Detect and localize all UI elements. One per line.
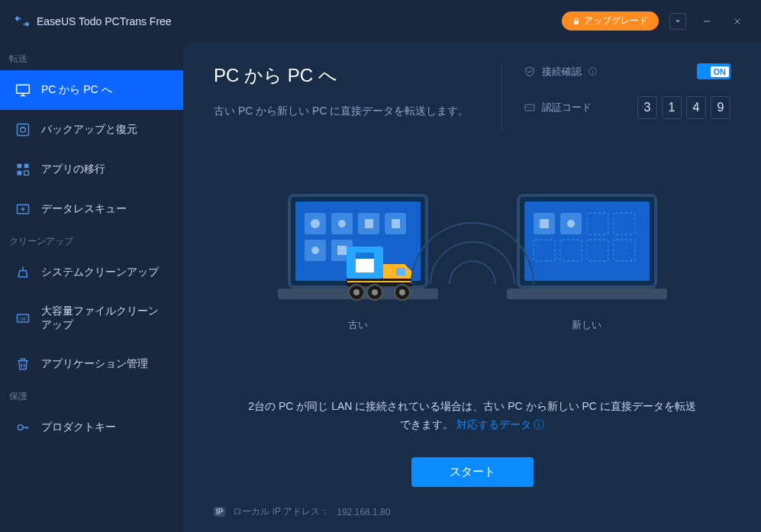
start-button[interactable]: スタート bbox=[411, 457, 534, 487]
sidebar-section-cleanup: クリーンアップ bbox=[0, 229, 183, 253]
key-icon bbox=[15, 420, 31, 435]
connect-check-label: 接続確認 bbox=[542, 65, 582, 79]
svg-point-37 bbox=[399, 289, 405, 295]
page-subtitle: 古い PC から新しい PC に直接データを転送します。 bbox=[214, 105, 501, 118]
sidebar-item-app-manage[interactable]: アプリケーション管理 bbox=[0, 344, 183, 384]
svg-rect-29 bbox=[356, 253, 374, 259]
svg-rect-1 bbox=[18, 124, 29, 136]
auth-code-digit: 9 bbox=[711, 96, 730, 119]
refresh-icon bbox=[15, 122, 31, 137]
illustration: PCT 古い bbox=[214, 132, 730, 392]
toggle-on-label: ON bbox=[711, 66, 730, 77]
titlebar: EaseUS Todo PCTrans Free アップグレード bbox=[0, 0, 761, 42]
ip-value: 192.168.1.80 bbox=[337, 507, 390, 517]
app-title: EaseUS Todo PCTrans Free bbox=[37, 15, 172, 27]
app-logo: EaseUS Todo PCTrans Free bbox=[14, 13, 172, 30]
sidebar-item-data-rescue[interactable]: データレスキュー bbox=[0, 189, 183, 229]
sidebar-item-label: バックアップと復元 bbox=[41, 123, 137, 137]
dropdown-button[interactable] bbox=[669, 13, 686, 30]
apps-icon bbox=[15, 162, 31, 177]
sidebar-section-protect: 保護 bbox=[0, 384, 183, 408]
sidebar-item-app-migrate[interactable]: アプリの移行 bbox=[0, 150, 183, 189]
auth-code-digit: 3 bbox=[637, 96, 657, 119]
svg-point-35 bbox=[353, 289, 360, 295]
sidebar-item-label: システムクリーンアップ bbox=[41, 266, 159, 279]
auth-code-digit: 4 bbox=[686, 96, 706, 119]
svg-point-22 bbox=[338, 220, 346, 227]
sidebar-item-label: データレスキュー bbox=[41, 202, 127, 216]
monitor-icon bbox=[15, 82, 31, 98]
main-panel: PC から PC へ 古い PC から新しい PC に直接データを転送します。 … bbox=[183, 42, 761, 532]
rescue-icon bbox=[15, 202, 31, 217]
sidebar-item-label: アプリケーション管理 bbox=[41, 357, 148, 371]
svg-rect-26 bbox=[337, 246, 347, 255]
app-logo-icon bbox=[14, 13, 31, 30]
sidebar-item-backup[interactable]: バックアップと復元 bbox=[0, 110, 183, 150]
broom-icon bbox=[15, 265, 31, 280]
close-button[interactable] bbox=[727, 11, 747, 31]
footer: IP ローカル IP アドレス： 192.168.1.80 bbox=[214, 505, 730, 518]
upgrade-label: アップグレード bbox=[584, 15, 648, 27]
sidebar-item-large-file-cleanup[interactable]: GB 大容量ファイルクリーンアップ bbox=[0, 292, 183, 344]
minimize-icon bbox=[702, 17, 711, 26]
new-laptop-icon bbox=[503, 192, 671, 306]
svg-rect-23 bbox=[365, 219, 373, 228]
svg-rect-5 bbox=[24, 171, 29, 176]
code-icon bbox=[524, 102, 536, 114]
svg-rect-24 bbox=[392, 219, 400, 228]
svg-rect-3 bbox=[24, 164, 29, 169]
new-pc-label: 新しい bbox=[572, 318, 601, 332]
old-laptop-icon: PCT bbox=[274, 192, 442, 306]
auth-code-label: 認証コード bbox=[542, 101, 592, 114]
sidebar-item-pc-to-pc[interactable]: PC から PC へ bbox=[0, 70, 183, 110]
shield-check-icon bbox=[524, 66, 536, 78]
sidebar-item-label: PC から PC へ bbox=[41, 83, 112, 97]
svg-rect-2 bbox=[18, 164, 22, 169]
description: 2台の PC が同じ LAN に接続されている場合は、古い PC から新しい P… bbox=[214, 392, 730, 434]
auth-code-cells: 3 1 4 9 bbox=[637, 96, 730, 119]
sidebar-item-label: プロダクトキー bbox=[41, 421, 116, 434]
svg-text:GB: GB bbox=[20, 317, 27, 321]
info-icon[interactable] bbox=[588, 66, 598, 76]
sidebar: 転送 PC から PC へ バックアップと復元 アプリの移行 データレスキュー … bbox=[0, 42, 183, 532]
sidebar-item-label: 大容量ファイルクリーンアップ bbox=[41, 305, 168, 332]
connect-check-toggle[interactable]: ON bbox=[697, 63, 730, 79]
sidebar-item-system-cleanup[interactable]: システムクリーンアップ bbox=[0, 253, 183, 292]
svg-rect-4 bbox=[18, 171, 22, 176]
svg-point-9 bbox=[18, 425, 23, 430]
page-title: PC から PC へ bbox=[214, 63, 501, 88]
ip-label: ローカル IP アドレス： bbox=[233, 505, 329, 518]
trash-icon bbox=[15, 356, 31, 372]
old-pc: PCT 古い bbox=[274, 192, 442, 332]
svg-point-36 bbox=[372, 289, 378, 295]
svg-point-21 bbox=[311, 219, 320, 228]
svg-rect-0 bbox=[17, 85, 30, 93]
ip-badge: IP bbox=[214, 507, 225, 517]
svg-rect-41 bbox=[507, 289, 667, 299]
auth-code-digit: 1 bbox=[662, 96, 682, 119]
old-pc-label: 古い bbox=[348, 318, 368, 332]
supported-data-link[interactable]: 対応するデータ ⓘ bbox=[456, 418, 545, 430]
svg-rect-30 bbox=[396, 268, 405, 276]
upgrade-button[interactable]: アップグレード bbox=[562, 11, 659, 31]
sidebar-section-transfer: 転送 bbox=[0, 47, 183, 70]
close-icon bbox=[733, 17, 742, 26]
lock-icon bbox=[572, 18, 580, 25]
svg-point-25 bbox=[311, 247, 319, 254]
new-pc: 新しい bbox=[503, 192, 671, 332]
sidebar-item-label: アプリの移行 bbox=[41, 163, 105, 176]
svg-point-51 bbox=[567, 220, 575, 227]
svg-rect-50 bbox=[540, 219, 549, 228]
storage-icon: GB bbox=[15, 311, 31, 326]
chevron-down-icon bbox=[673, 17, 682, 26]
sidebar-item-product-key[interactable]: プロダクトキー bbox=[0, 408, 183, 447]
minimize-button[interactable] bbox=[697, 11, 717, 31]
